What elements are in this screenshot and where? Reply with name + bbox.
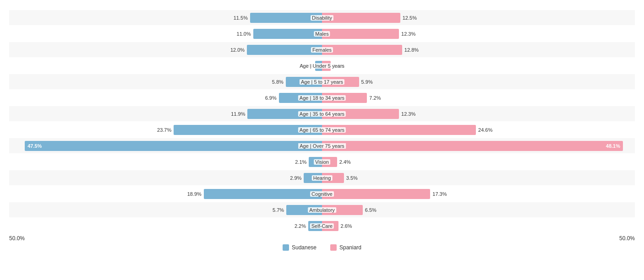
bar-row: 23.7% Age | 65 to 74 years 24.6% bbox=[9, 122, 635, 137]
axis-right: 50.0% bbox=[322, 235, 635, 242]
bar-row: 2.9% Hearing 3.5% bbox=[9, 170, 635, 185]
bar-row: 1.1% Age | Under 5 years 1.4% bbox=[9, 58, 635, 73]
legend-item-spaniard: Spaniard bbox=[330, 244, 361, 251]
legend-label-spaniard: Spaniard bbox=[339, 244, 361, 251]
bar-row: 2.1% Vision 2.4% bbox=[9, 154, 635, 169]
bar-row: 2.2% Self-Care 2.6% bbox=[9, 218, 635, 233]
bar-row: 11.0% Males 12.3% bbox=[9, 26, 635, 41]
bar-row: 12.0% Females 12.8% bbox=[9, 42, 635, 57]
legend-item-sudanese: Sudanese bbox=[283, 244, 317, 251]
bar-row: 11.9% Age | 35 to 64 years 12.3% bbox=[9, 106, 635, 121]
legend-label-sudanese: Sudanese bbox=[292, 244, 317, 251]
bar-row: 6.9% Age | 18 to 34 years 7.2% bbox=[9, 90, 635, 105]
page-container: 11.5% Disability 12.5% 11.0% bbox=[9, 5, 635, 251]
legend: Sudanese Spaniard bbox=[9, 244, 635, 251]
chart-area: 11.5% Disability 12.5% 11.0% bbox=[9, 10, 635, 233]
legend-box-sudanese bbox=[283, 244, 289, 251]
bar-row: 18.9% Cognitive 17.3% bbox=[9, 186, 635, 201]
legend-box-spaniard bbox=[330, 244, 337, 251]
bar-row: 5.7% Ambulatory 6.5% bbox=[9, 202, 635, 217]
bar-row: 47.5% Age | Over 75 years 48.1% bbox=[9, 138, 635, 153]
bar-row: 5.8% Age | 5 to 17 years 5.9% bbox=[9, 74, 635, 89]
axis-row: 50.0% 50.0% bbox=[9, 235, 635, 242]
axis-left: 50.0% bbox=[9, 235, 322, 242]
bar-row: 11.5% Disability 12.5% bbox=[9, 10, 635, 25]
